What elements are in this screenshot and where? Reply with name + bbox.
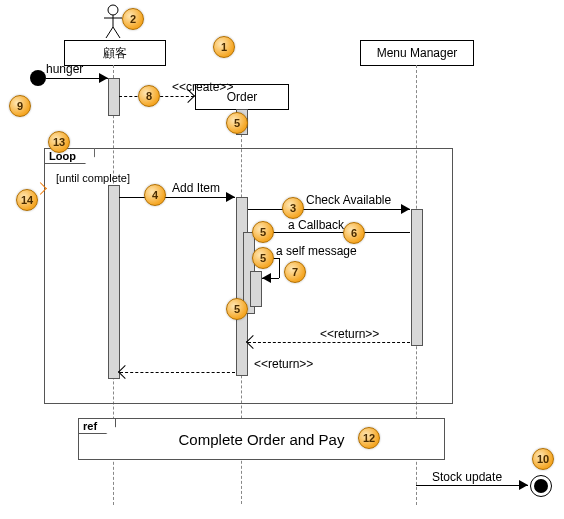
callout-1: 1 <box>213 36 235 58</box>
sequence-diagram: { "lifelines": { "customer": "顧客", "orde… <box>0 0 564 519</box>
msg-create: <<create>> <box>172 80 233 94</box>
found-message-start <box>30 70 46 86</box>
callout-6: 6 <box>343 222 365 244</box>
callout-5c: 5 <box>252 247 274 269</box>
msg-return2: <<return>> <box>254 357 313 371</box>
arrowhead-check <box>401 204 410 214</box>
actor-icon <box>104 4 122 38</box>
lifeline-menu-label: Menu Manager <box>377 46 458 60</box>
svg-line-3 <box>106 27 113 38</box>
arrow-return2 <box>120 372 235 373</box>
msg-check: Check Available <box>306 193 391 207</box>
callout-5a: 5 <box>226 112 248 134</box>
arrow-callback <box>255 232 410 233</box>
callout-3: 3 <box>282 197 304 219</box>
ref-fragment: ref Complete Order and Pay <box>78 418 445 460</box>
msg-stock: Stock update <box>432 470 502 484</box>
callout-7: 7 <box>284 261 306 283</box>
exec-customer-create <box>108 78 120 116</box>
exec-customer-loop <box>108 185 120 379</box>
exec-menu <box>411 209 423 346</box>
msg-hunger: hunger <box>46 62 83 76</box>
arrowhead-additem <box>226 192 235 202</box>
exec-order-self <box>250 271 262 307</box>
callout-5b: 5 <box>252 221 274 243</box>
lifeline-menu: Menu Manager <box>360 40 474 66</box>
callout-14: 14 <box>16 189 38 211</box>
msg-callback: a Callback <box>288 218 344 232</box>
arrowhead-hunger <box>99 73 108 83</box>
callout-9: 9 <box>9 95 31 117</box>
arrow-additem <box>119 197 235 198</box>
callout-4: 4 <box>144 184 166 206</box>
svg-point-0 <box>108 5 118 15</box>
lost-message-end <box>530 475 552 497</box>
msg-return1: <<return>> <box>320 327 379 341</box>
arrow-return1 <box>248 342 410 343</box>
loop-guard: [until complete] <box>56 172 130 184</box>
callout-12: 12 <box>358 427 380 449</box>
arrowhead-stock <box>519 480 528 490</box>
callout-5d: 5 <box>226 298 248 320</box>
arrow-stock <box>416 485 528 486</box>
arrowhead-self <box>262 273 271 283</box>
callout-8: 8 <box>138 85 160 107</box>
svg-line-4 <box>113 27 120 38</box>
self-seg2 <box>279 258 280 278</box>
lifeline-customer-label: 顧客 <box>103 46 127 60</box>
msg-self: a self message <box>276 244 357 258</box>
callout-2: 2 <box>122 8 144 30</box>
callout-10: 10 <box>532 448 554 470</box>
msg-additem: Add Item <box>172 181 220 195</box>
arrow-check <box>248 209 410 210</box>
callout-13: 13 <box>48 131 70 153</box>
ref-label: Complete Order and Pay <box>79 431 444 448</box>
